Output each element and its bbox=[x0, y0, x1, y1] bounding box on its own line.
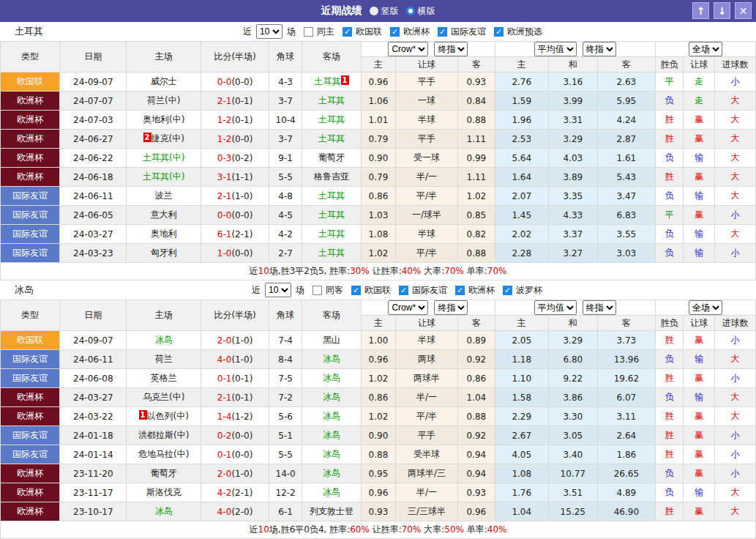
checkbox-competition-1[interactable] bbox=[399, 286, 408, 295]
corner-cell: 2-7 bbox=[269, 244, 302, 263]
away-team-name: 冰岛 bbox=[323, 411, 340, 421]
away-team-cell: 冰岛 bbox=[302, 369, 361, 388]
home-team-name: 匈牙利 bbox=[151, 248, 177, 258]
summary-segment: 10 bbox=[258, 524, 269, 535]
home-team-cell: 洪都拉斯(中) bbox=[127, 426, 201, 445]
corner-cell: 6-1 bbox=[269, 502, 302, 521]
result-goals-cell: 大 bbox=[715, 502, 756, 521]
fulltime-score: 0-1 bbox=[217, 450, 232, 460]
table-row: 国际友谊24-01-18洪都拉斯(中)0-2(0-0)5-1冰岛0.90平手0.… bbox=[1, 426, 756, 445]
avg-draw-cell: 3.29 bbox=[548, 331, 597, 350]
checkbox-competition-2[interactable] bbox=[455, 286, 465, 295]
games-count-select[interactable]: 10 bbox=[265, 283, 291, 297]
column-header: 客场 bbox=[302, 300, 361, 331]
summary-segment: 60% bbox=[350, 524, 370, 535]
scope-select[interactable]: 全场 bbox=[689, 300, 722, 315]
away-team-name: 冰岛 bbox=[323, 449, 340, 459]
score-cell: 0-1(0-1) bbox=[201, 369, 269, 388]
checkbox-same-home[interactable] bbox=[304, 27, 313, 37]
result-winlose-cell: 胜 bbox=[655, 502, 684, 521]
odds-time-select[interactable]: 终指 bbox=[434, 42, 468, 56]
fulltime-score: 1-2 bbox=[217, 134, 232, 144]
odds-company-select[interactable]: Crow* bbox=[388, 300, 428, 315]
avg-time-select[interactable]: 终指 bbox=[583, 300, 616, 315]
result-winlose-cell: 负 bbox=[655, 483, 684, 502]
halftime-score: (2-1) bbox=[231, 229, 252, 239]
result-winlose-cell: 胜 bbox=[655, 331, 684, 350]
odds-handicap-cell: 半/一 bbox=[395, 388, 457, 407]
move-down-icon: ↓ bbox=[718, 5, 727, 17]
avg-time-select[interactable]: 终指 bbox=[583, 42, 616, 56]
checkbox-competition-1[interactable] bbox=[390, 27, 400, 37]
summary-segment: 近 bbox=[250, 266, 258, 276]
layout-radio-vertical[interactable]: 竖版 bbox=[370, 5, 399, 18]
avg-away-cell: 4.24 bbox=[597, 111, 655, 130]
summary-segment: 场,胜6平0负4, 胜率: bbox=[269, 524, 350, 535]
checkbox-same-away[interactable] bbox=[312, 286, 322, 295]
section-iceland: 冰岛近10场同客欧国联国际友谊欧洲杯波罗杯类型日期主场比分(半场)角球客场Cro… bbox=[0, 280, 756, 539]
result-handicap-cell: 输 bbox=[684, 350, 715, 369]
table-row: 欧洲杯24-06-272捷克(中)1-2(0-0)3-7土耳其0.79平手1.1… bbox=[1, 130, 756, 149]
sub-column-header: 主 bbox=[495, 316, 548, 331]
avg-draw-cell: 3.99 bbox=[548, 92, 597, 111]
layout-radio-group: 竖版横版 bbox=[370, 5, 435, 18]
result-goals-cell: 大 bbox=[715, 187, 756, 206]
table-row: 国际友谊24-06-05意大利0-0(0-0)4-5土耳其1.03一/球半0.8… bbox=[1, 206, 756, 225]
score-cell: 2-1(0-1) bbox=[201, 92, 269, 111]
fulltime-score: 2-0 bbox=[217, 335, 232, 346]
games-count-select[interactable]: 10 bbox=[256, 24, 282, 39]
halftime-score: (1-0) bbox=[231, 191, 252, 201]
halftime-score: (1-2) bbox=[231, 412, 252, 422]
result-handicap-cell: 赢 bbox=[684, 445, 715, 464]
odds-handicap-cell: 两球半/三 bbox=[395, 464, 457, 483]
filterbar-iceland: 冰岛近10场同客欧国联国际友谊欧洲杯波罗杯 bbox=[0, 280, 756, 300]
column-header: 比分(半场) bbox=[201, 300, 269, 331]
result-winlose-cell: 胜 bbox=[655, 369, 684, 388]
sub-column-header: 胜负 bbox=[655, 316, 684, 331]
checkbox-competition-3[interactable] bbox=[494, 27, 504, 37]
type-cell: 欧洲杯 bbox=[1, 92, 60, 111]
odds-home-cell: 0.79 bbox=[362, 168, 396, 187]
date-cell: 24-06-05 bbox=[60, 206, 127, 225]
home-team-name: 波兰 bbox=[155, 190, 173, 201]
move-down-button[interactable]: ↓ bbox=[714, 2, 730, 19]
move-up-button[interactable]: ↑ bbox=[692, 2, 709, 19]
away-team-cell: 黑山 bbox=[302, 331, 361, 350]
type-cell: 欧国联 bbox=[1, 73, 60, 92]
checkbox-competition-3[interactable] bbox=[503, 286, 512, 295]
odds-company-select[interactable]: Crow* bbox=[388, 42, 428, 56]
home-team-cell: 威尔士 bbox=[127, 73, 201, 92]
avg-draw-cell: 3.30 bbox=[548, 407, 597, 426]
near-label: 近 bbox=[252, 284, 261, 297]
avg-draw-cell: 3.86 bbox=[548, 388, 597, 407]
halftime-score: (0-1) bbox=[231, 393, 252, 403]
odds-home-cell: 0.96 bbox=[362, 73, 396, 92]
sub-column-header: 进球数 bbox=[715, 316, 756, 331]
table-row: 欧洲杯24-07-03奥地利(中)1-2(0-1)10-4土耳其1.01半球0.… bbox=[1, 111, 756, 130]
table-row: 国际友谊24-06-11波兰2-1(1-0)4-8土耳其0.86平/半1.022… bbox=[1, 187, 756, 206]
score-cell: 0-2(0-0) bbox=[201, 426, 269, 445]
checkbox-competition-0[interactable] bbox=[343, 27, 352, 37]
avg-away-cell: 26.65 bbox=[597, 464, 655, 483]
odds-home-cell: 0.96 bbox=[362, 350, 396, 369]
score-cell: 1-2(0-1) bbox=[201, 111, 269, 130]
avg-source-select[interactable]: 平均值 bbox=[534, 300, 577, 315]
avg-away-cell: 2.87 bbox=[597, 130, 655, 149]
avg-source-select[interactable]: 平均值 bbox=[534, 42, 577, 56]
checkbox-competition-2[interactable] bbox=[438, 27, 447, 37]
close-button[interactable]: ✕ bbox=[735, 2, 752, 19]
fulltime-score: 0-2 bbox=[217, 431, 232, 441]
date-cell: 24-06-18 bbox=[60, 168, 127, 187]
scope-select[interactable]: 全场 bbox=[689, 42, 722, 56]
halftime-score: (1-0) bbox=[231, 335, 252, 346]
home-team-name: 英格兰 bbox=[151, 373, 177, 383]
avg-away-cell: 4.89 bbox=[597, 483, 655, 502]
halftime-score: (0-0) bbox=[231, 134, 252, 144]
avg-draw-cell: 3.16 bbox=[548, 73, 597, 92]
layout-radio-horizontal[interactable]: 横版 bbox=[406, 5, 435, 18]
avg-away-cell: 2.64 bbox=[597, 426, 655, 445]
date-cell: 23-10-17 bbox=[60, 502, 127, 521]
result-winlose-cell: 负 bbox=[655, 388, 684, 407]
odds-time-select[interactable]: 终指 bbox=[434, 300, 468, 315]
checkbox-competition-0[interactable] bbox=[351, 286, 361, 295]
